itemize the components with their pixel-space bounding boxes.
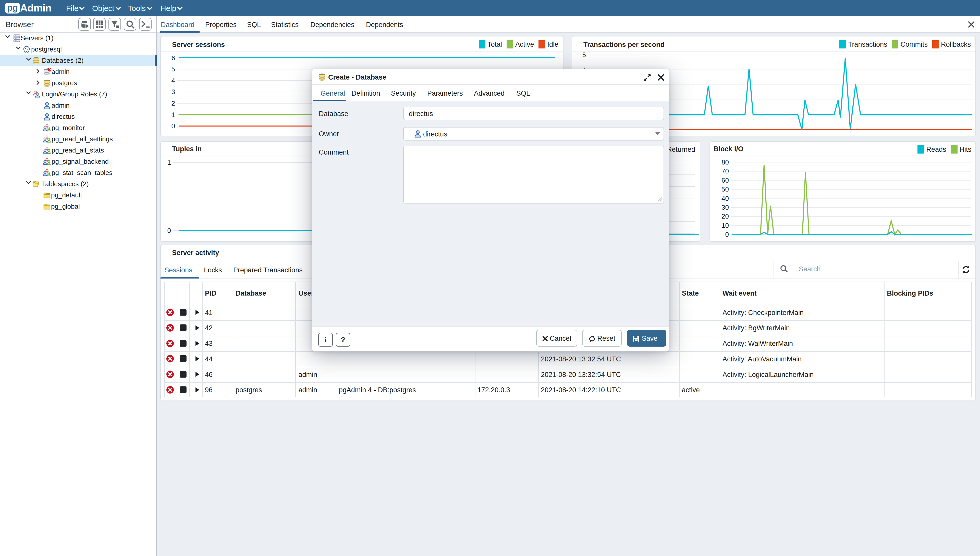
- svg-text:4: 4: [172, 77, 175, 84]
- svg-text:40: 40: [721, 195, 729, 202]
- svg-text:50: 50: [721, 186, 729, 193]
- svg-text:0: 0: [725, 231, 729, 238]
- svg-text:5: 5: [172, 65, 175, 73]
- svg-text:60: 60: [721, 176, 729, 184]
- svg-text:10: 10: [721, 221, 729, 229]
- svg-text:30: 30: [721, 204, 729, 211]
- svg-text:1: 1: [167, 158, 171, 166]
- svg-text:2: 2: [172, 99, 175, 107]
- svg-text:20: 20: [721, 212, 729, 220]
- svg-text:5: 5: [582, 52, 586, 59]
- svg-text:70: 70: [721, 167, 729, 175]
- svg-text:0: 0: [167, 227, 171, 234]
- svg-text:6: 6: [172, 54, 175, 62]
- svg-text:80: 80: [721, 158, 729, 166]
- svg-text:1: 1: [172, 111, 175, 119]
- svg-text:0: 0: [172, 122, 175, 130]
- svg-text:3: 3: [172, 88, 175, 95]
